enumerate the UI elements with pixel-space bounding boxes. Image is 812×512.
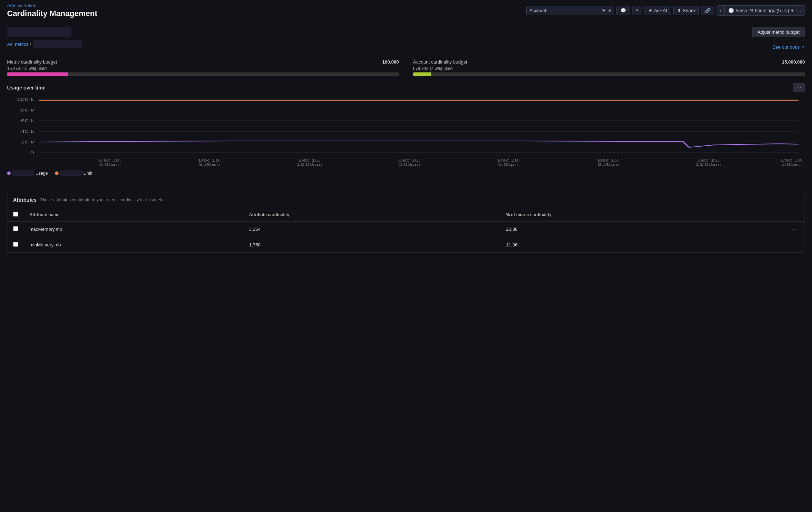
svg-text:6:00pm: 6:00pm — [498, 163, 520, 167]
chart-title: Usage over time — [7, 85, 45, 91]
breadcrumb-separator: / — [30, 42, 31, 47]
limit-legend-item: Limit — [55, 170, 92, 176]
attr-name-cell: minMemory.mb — [24, 237, 243, 253]
attributes-description: These attributes contribute to your over… — [40, 197, 167, 202]
metric-budget-bar-fill — [7, 72, 68, 76]
metric-budget-header: Metric cardinality budget 100,000 — [7, 59, 399, 65]
account-budget-max: 15,000,000 — [782, 59, 805, 65]
metric-name-input — [33, 40, 82, 48]
time-range-label[interactable]: 🕐 Since 24 hours ago (UTC) ▾ — [725, 6, 797, 15]
limit-legend-text: Limit — [83, 171, 92, 176]
clock-icon: 🕐 — [728, 8, 734, 13]
share-button[interactable]: ⬆ Share — [673, 6, 699, 15]
see-docs-link[interactable]: See our docs ↗ — [772, 44, 805, 50]
account-label: Account: — [530, 8, 548, 13]
svg-text:Dec 18,: Dec 18, — [598, 158, 620, 162]
external-link-icon: ↗ — [801, 44, 805, 50]
chevron-down-icon: ▾ — [791, 8, 794, 13]
account-budget-bar-track — [413, 72, 805, 76]
admin-link[interactable]: Administration — [7, 3, 36, 8]
account-dropdown[interactable] — [550, 7, 607, 13]
metric-budget-used: 15,473 (15.5%) used — [7, 66, 399, 71]
chart-svg: 100 k 80 k 60 k 40 k 20 k 0 Dec 18, 6:00… — [7, 96, 805, 167]
svg-text:100 k: 100 k — [17, 97, 34, 102]
attr-cardinality-cell: 1,758 — [243, 237, 500, 253]
attributes-table: Attribute name Attribute cardinality % o… — [7, 208, 805, 252]
row-menu-button[interactable]: ⋯ — [789, 241, 799, 249]
account-budget-title: Account cardinality budget — [413, 59, 467, 65]
usage-legend-text: Usage — [35, 171, 48, 176]
svg-text:80 k: 80 k — [21, 108, 34, 112]
metric-budget-title: Metric cardinality budget — [7, 59, 57, 65]
budget-bars: Metric cardinality budget 100,000 15,473… — [7, 59, 805, 76]
header-checkbox-cell — [7, 208, 24, 222]
row-menu-button[interactable]: ⋯ — [789, 225, 799, 233]
attributes-title: Attributes — [13, 197, 37, 203]
time-prev-arrow[interactable]: ‹ — [717, 6, 724, 15]
svg-text:20 k: 20 k — [21, 140, 34, 144]
help-button[interactable]: ? — [632, 6, 642, 15]
col-actions — [783, 208, 805, 222]
link-icon: 🔗 — [705, 8, 710, 13]
svg-text:9:00am: 9:00am — [199, 163, 220, 167]
chart-wrapper: 100 k 80 k 60 k 40 k 20 k 0 Dec 18, 6:00… — [7, 96, 805, 167]
svg-text:0: 0 — [30, 151, 34, 155]
share-icon: ⬆ — [677, 8, 681, 13]
svg-text:Dec 19,: Dec 19, — [781, 158, 803, 162]
usage-over-time-section: Usage over time ⋯ 100 k 80 k 60 k 40 k 2… — [7, 83, 805, 176]
limit-legend-dot — [55, 171, 59, 175]
all-metrics-link[interactable]: All metrics — [7, 42, 28, 47]
usage-legend-dot — [7, 171, 11, 175]
page-title: Cardinality Management — [7, 9, 97, 18]
attr-pct-cell: 11.36 — [500, 237, 783, 253]
usage-legend-item: Usage — [7, 170, 48, 176]
ask-ai-button[interactable]: ✦ Ask AI — [644, 6, 671, 15]
time-range-selector[interactable]: ‹ 🕐 Since 24 hours ago (UTC) ▾ › — [717, 5, 805, 16]
select-all-checkbox[interactable] — [13, 212, 18, 217]
row-menu-cell: ⋯ — [783, 222, 805, 237]
topbar: Administration Cardinality Management Ac… — [0, 0, 812, 21]
chart-menu-button[interactable]: ⋯ — [793, 83, 805, 92]
metric-budget-block: Metric cardinality budget 100,000 15,473… — [7, 59, 399, 76]
row-checkbox[interactable] — [13, 226, 18, 231]
breadcrumb: All metrics / — [7, 40, 82, 48]
svg-text:Dec 18,: Dec 18, — [298, 158, 320, 162]
col-pct-metric-cardinality: % of metric cardinality — [500, 208, 783, 222]
attr-pct-cell: 20.38 — [500, 222, 783, 237]
svg-text:Dec 18,: Dec 18, — [99, 158, 121, 162]
svg-text:Dec 19,: Dec 19, — [697, 158, 719, 162]
metric-search-box[interactable] — [7, 27, 71, 37]
metric-budget-bar-track — [7, 72, 399, 76]
svg-text:Dec 18,: Dec 18, — [199, 158, 221, 162]
row-menu-cell: ⋯ — [783, 237, 805, 253]
topbar-right: Account: ▾ 💬 ? ✦ Ask AI ⬆ Share 🔗 ‹ 🕐 — [526, 5, 805, 16]
table-row: maxMemory.mb 3,154 20.38 ⋯ — [7, 222, 805, 237]
row-checkbox-cell — [7, 222, 24, 237]
attributes-header: Attributes These attributes contribute t… — [7, 192, 805, 208]
table-row: minMemory.mb 1,758 11.36 ⋯ — [7, 237, 805, 253]
account-selector[interactable]: Account: ▾ — [526, 6, 614, 15]
svg-text:3:00am: 3:00am — [781, 163, 803, 167]
ai-icon: ✦ — [648, 8, 652, 13]
chat-icon: 💬 — [620, 8, 626, 13]
account-budget-used: 679,842 (4.5%) used — [413, 66, 805, 71]
chat-button[interactable]: 💬 — [616, 6, 630, 15]
chart-legend: Usage Limit — [7, 170, 805, 176]
account-budget-block: Account cardinality budget 15,000,000 67… — [413, 59, 805, 76]
adjust-budget-button[interactable]: Adjust metric budget — [752, 27, 805, 37]
account-budget-bar-fill — [413, 72, 431, 76]
svg-text:12:00am: 12:00am — [696, 163, 721, 167]
usage-legend-label-box — [12, 170, 34, 176]
time-next-arrow[interactable]: › — [797, 6, 805, 15]
row-checkbox-cell — [7, 237, 24, 253]
chart-header: Usage over time ⋯ — [7, 83, 805, 92]
svg-text:12:00pm: 12:00pm — [297, 163, 322, 167]
limit-legend-label-box — [60, 170, 82, 176]
link-button[interactable]: 🔗 — [701, 6, 714, 15]
svg-text:6:00am: 6:00am — [99, 163, 121, 167]
attr-cardinality-cell: 3,154 — [243, 222, 500, 237]
metric-budget-max: 100,000 — [382, 59, 399, 65]
attributes-section: Attributes These attributes contribute t… — [7, 192, 805, 253]
col-attribute-name: Attribute name — [24, 208, 243, 222]
row-checkbox[interactable] — [13, 242, 18, 247]
